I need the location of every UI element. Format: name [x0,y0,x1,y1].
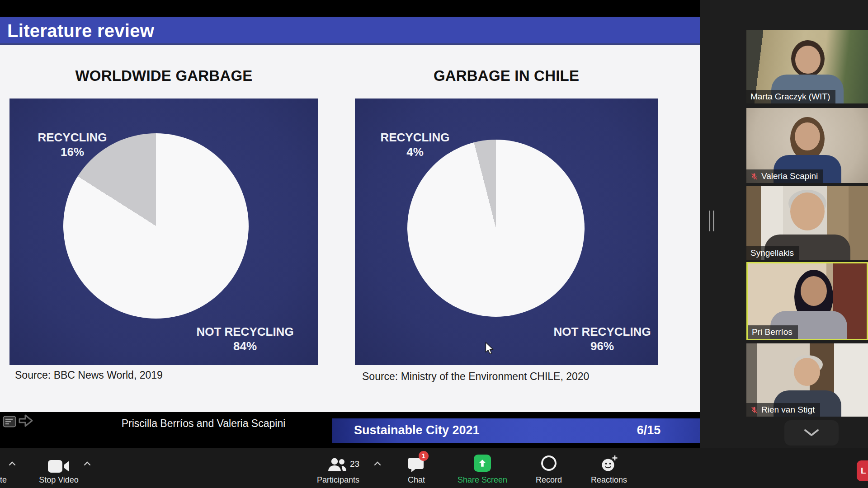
participant-name: Syngellakis [750,248,794,258]
participant-tile[interactable]: Marta Graczyk (WIT) [746,30,868,103]
collapse-videos-button[interactable] [784,420,839,446]
slide-title: Literature review [0,17,700,41]
stop-video-button[interactable]: Stop Video [23,475,95,485]
participant-name: Pri Berríos [752,327,793,337]
mute-options-caret-icon[interactable] [8,461,16,466]
conference-name: Sustainable City 2021 [354,423,480,437]
participant-name-tag: Marta Graczyk (WIT) [746,90,835,103]
pie-worldwide [63,133,249,319]
participant-name: Marta Graczyk (WIT) [750,92,830,102]
label-not-recycling-worldwide: NOT RECYCLING 84% [177,324,313,353]
reactions-smiley-icon[interactable] [600,455,618,473]
zoom-meeting-window: Literature review WORLDWIDE GARBAGE GARB… [0,0,868,488]
meeting-toolbar: te Stop Video 23 Participants 1 Chat Sha… [0,448,868,488]
participant-tile[interactable]: Syngellakis [746,186,868,260]
participants-count: 23 [350,459,359,469]
chart-title-chile: GARBAGE IN CHILE [355,67,658,84]
participants-options-caret-icon[interactable] [373,461,382,466]
source-chile: Source: Ministry of the Environment CHIL… [362,371,589,383]
participant-name-tag: Rien van Stigt [746,403,820,417]
label-recycling-worldwide: RECYCLING 16% [23,130,122,159]
pie-chile [407,140,585,317]
leave-button[interactable]: L [857,460,868,481]
label-recycling-chile: RECYCLING 4% [365,130,465,159]
panel-resize-handle[interactable] [709,211,714,231]
chat-unread-badge: 1 [419,451,429,461]
shared-screen-area: Literature review WORLDWIDE GARBAGE GARB… [0,0,700,448]
chat-button[interactable]: Chat [385,475,448,485]
participant-name: Valeria Scapini [761,171,818,181]
participant-name-tag: Valeria Scapini [746,169,823,183]
participant-tile[interactable]: Pri Berríos [746,262,868,340]
share-screen-button[interactable]: Share Screen [446,475,519,485]
mute-button[interactable]: te [0,475,14,485]
chevron-down-icon [803,428,820,437]
presentation-footer: Priscilla Berríos and Valeria Scapini Su… [0,412,700,448]
video-options-caret-icon[interactable] [83,461,91,466]
pie-chart-chile: RECYCLING 4% NOT RECYCLING 96% [355,99,658,365]
participant-tile[interactable]: Valeria Scapini [746,108,868,183]
slide-title-bar: Literature review [0,17,700,45]
reactions-button[interactable]: Reactions [573,475,645,485]
share-screen-icon[interactable] [474,455,491,472]
source-worldwide: Source: BBC News World, 2019 [15,369,163,381]
record-button[interactable]: Record [517,475,580,485]
participant-name-tag: Pri Berríos [748,325,798,339]
mic-muted-icon [750,406,758,414]
video-camera-icon[interactable] [48,459,70,474]
presentation-slide: Literature review WORLDWIDE GARBAGE GARB… [0,17,700,412]
label-not-recycling-chile: NOT RECYCLING 96% [534,324,670,353]
record-icon[interactable] [541,455,557,471]
mic-muted-icon [750,173,758,180]
participants-icon[interactable] [327,457,347,473]
participants-button[interactable]: Participants [297,475,379,485]
participant-name-tag: Syngellakis [746,246,799,260]
slide-footer-bar: Sustainable City 2021 6/15 [332,418,700,443]
slide-page-number: 6/15 [622,423,676,437]
pie-chart-worldwide: RECYCLING 16% NOT RECYCLING 84% [9,99,318,365]
participants-panel: Marta Graczyk (WIT) Valeria Scapini Syng… [700,0,868,448]
chart-title-worldwide: WORLDWIDE GARBAGE [9,67,318,84]
participant-tile[interactable]: Rien van Stigt [746,343,868,417]
participant-name: Rien van Stigt [761,405,815,415]
